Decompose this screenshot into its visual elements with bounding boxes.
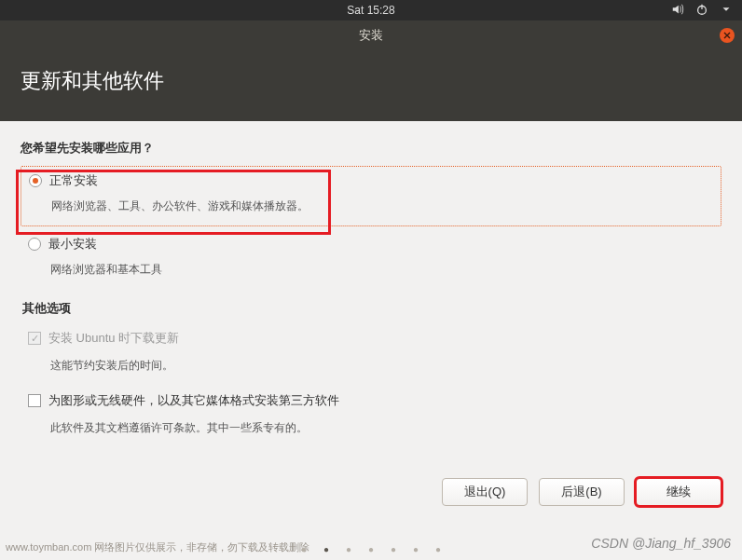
power-icon[interactable] <box>695 3 708 19</box>
clock-text: Sat 15:28 <box>347 4 394 17</box>
continue-button[interactable]: 继续 <box>636 478 721 506</box>
system-tray <box>671 3 733 19</box>
watermark-text: CSDN @Jiang_hf_3906 <box>591 536 731 551</box>
checkbox-thirdparty[interactable] <box>28 394 41 407</box>
option-minimal-label: 最小安装 <box>48 236 97 253</box>
option-normal-desc: 网络浏览器、工具、办公软件、游戏和媒体播放器。 <box>51 198 713 214</box>
button-row: 退出(Q) 后退(B) 继续 <box>442 478 721 506</box>
radio-normal-install[interactable] <box>29 174 42 187</box>
check-download-label: 安装 Ubuntu 时下载更新 <box>48 330 179 347</box>
system-topbar: Sat 15:28 <box>0 0 742 20</box>
page-header: 更新和其他软件 <box>0 50 742 121</box>
footer-disclaimer: www.toymban.com 网络图片仅供展示，非存储，勿下载及转载删除 <box>6 540 309 554</box>
dropdown-icon[interactable] <box>720 3 733 19</box>
other-options-title: 其他选项 <box>22 300 721 317</box>
page-title: 更新和其他软件 <box>21 69 164 92</box>
volume-icon[interactable] <box>671 3 684 19</box>
option-normal-label: 正常安装 <box>49 172 98 189</box>
back-button[interactable]: 后退(B) <box>539 478 625 506</box>
option-normal-install[interactable]: 正常安装 网络浏览器、工具、办公软件、游戏和媒体播放器。 <box>21 166 721 226</box>
option-minimal-install[interactable]: 最小安装 网络浏览器和基本工具 <box>21 230 721 289</box>
check-thirdparty-label: 为图形或无线硬件，以及其它媒体格式安装第三方软件 <box>48 392 339 409</box>
window-title: 安装 <box>359 27 383 44</box>
window-close-button[interactable] <box>720 28 735 43</box>
quit-button[interactable]: 退出(Q) <box>442 478 528 506</box>
check-download-updates: ✓ 安装 Ubuntu 时下载更新 <box>21 328 721 348</box>
check-download-desc: 这能节约安装后的时间。 <box>50 358 721 374</box>
checkbox-download-updates: ✓ <box>28 332 41 345</box>
svg-rect-1 <box>701 4 702 8</box>
check-thirdparty-desc: 此软件及其文档遵循许可条款。其中一些系专有的。 <box>50 420 721 436</box>
question-label: 您希望先安装哪些应用？ <box>21 140 721 157</box>
step-dots: ●●●●●●● <box>301 544 441 554</box>
window-titlebar: 安装 <box>0 20 742 50</box>
radio-minimal-install[interactable] <box>28 238 41 251</box>
check-thirdparty[interactable]: 为图形或无线硬件，以及其它媒体格式安装第三方软件 <box>21 390 721 411</box>
main-content: 您希望先安装哪些应用？ 正常安装 网络浏览器、工具、办公软件、游戏和媒体播放器。… <box>0 121 742 462</box>
option-minimal-desc: 网络浏览器和基本工具 <box>50 262 714 278</box>
